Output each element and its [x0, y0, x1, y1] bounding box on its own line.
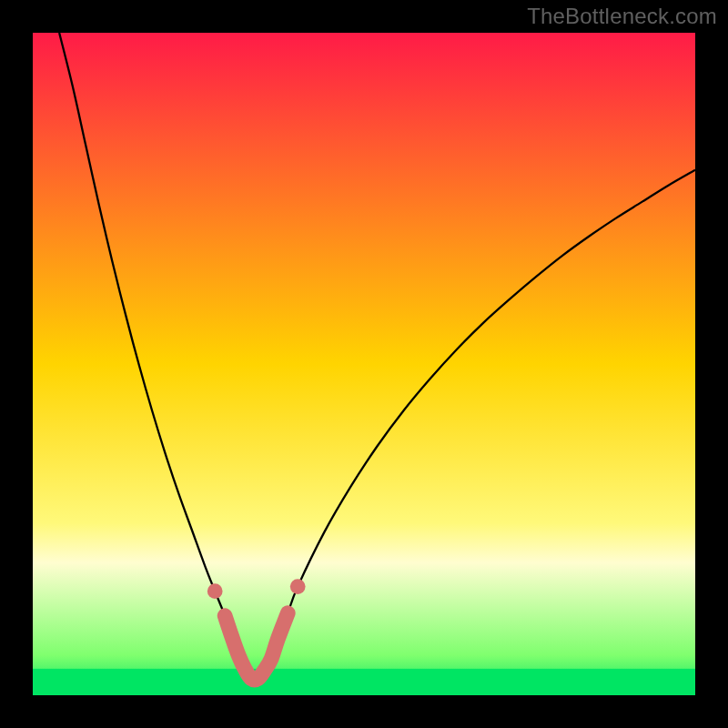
chart-background [33, 33, 695, 695]
highlight-dot [290, 579, 306, 594]
watermark-text: TheBottleneck.com [527, 4, 717, 29]
chart-frame: TheBottleneck.com [0, 0, 728, 728]
highlight-dot [207, 583, 223, 599]
chart-svg [33, 33, 695, 695]
green-band [33, 669, 695, 695]
bottleneck-chart [33, 33, 695, 695]
